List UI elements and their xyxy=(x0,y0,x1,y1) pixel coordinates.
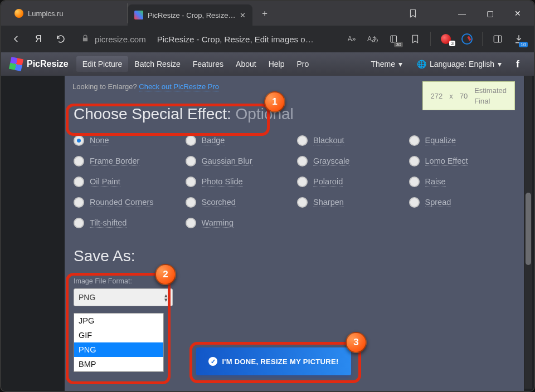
radio-icon[interactable] xyxy=(297,177,308,187)
radio-icon[interactable] xyxy=(186,197,196,208)
effect-label: Frame Border xyxy=(90,156,139,166)
translate-icon[interactable]: Aあ xyxy=(363,30,382,48)
effect-label: Oil Paint xyxy=(90,177,120,187)
brand-logo-icon xyxy=(9,57,23,71)
format-option-bmp[interactable]: BMP xyxy=(74,357,163,371)
effect-spread[interactable]: Spread xyxy=(409,197,515,208)
extension-red-icon[interactable]: 3 xyxy=(436,30,455,48)
effect-oil-paint[interactable]: Oil Paint xyxy=(74,177,180,187)
effect-none[interactable]: None xyxy=(74,135,180,146)
effect-grayscale[interactable]: Grayscale xyxy=(297,156,403,166)
scrollbar-thumb[interactable] xyxy=(526,193,531,265)
marker-2: 2 xyxy=(155,264,176,285)
effect-equalize[interactable]: Equalize xyxy=(409,135,515,146)
extension-blue-icon[interactable] xyxy=(458,30,476,48)
effect-raise[interactable]: Raise xyxy=(409,177,515,187)
check-icon: ✓ xyxy=(208,357,217,366)
tab-picresize[interactable]: PicResize - Crop, Resize… ✕ xyxy=(128,4,252,26)
bookmark-icon[interactable] xyxy=(403,4,422,23)
svg-rect-1 xyxy=(494,36,502,42)
format-options[interactable]: JPGGIFPNGBMP xyxy=(74,313,164,372)
marker-3: 3 xyxy=(346,332,367,353)
nav-about[interactable]: About xyxy=(230,60,262,68)
new-tab-button[interactable]: ＋ xyxy=(257,6,273,21)
radio-icon[interactable] xyxy=(74,218,84,228)
brand-text: PicResize xyxy=(27,59,69,69)
radio-icon[interactable] xyxy=(297,135,308,146)
radio-icon[interactable] xyxy=(297,156,308,166)
read-aloud-icon[interactable]: A» xyxy=(342,30,361,48)
effect-photo-slide[interactable]: Photo Slide xyxy=(186,177,292,187)
effects-heading-text: Choose Special Effect: xyxy=(74,105,231,122)
page-body: Looking to Enlarge? Check out PicResize … xyxy=(1,76,534,391)
window-scrollbar[interactable] xyxy=(524,76,532,389)
effect-label: Badge xyxy=(202,136,225,145)
yandex-home-button[interactable]: Я xyxy=(29,30,48,48)
radio-icon[interactable] xyxy=(409,177,420,187)
chevron-down-icon: ▾ xyxy=(398,60,402,68)
format-option-gif[interactable]: GIF xyxy=(74,328,163,342)
effect-badge[interactable]: Badge xyxy=(186,135,292,146)
window-controls: ― ▢ ✕ xyxy=(448,1,532,26)
radio-icon[interactable] xyxy=(186,177,196,187)
effect-label: Equalize xyxy=(425,136,456,145)
format-select[interactable]: PNG ▴▾ xyxy=(74,288,173,306)
radio-icon[interactable] xyxy=(186,218,196,228)
back-button[interactable] xyxy=(7,30,26,48)
radio-icon[interactable] xyxy=(409,135,420,146)
estimate-w: 272 xyxy=(431,92,443,100)
radio-icon[interactable] xyxy=(297,197,308,208)
brand[interactable]: PicResize xyxy=(10,58,69,70)
downloads-icon[interactable]: 10 xyxy=(509,30,528,48)
sidebar-icon[interactable] xyxy=(488,30,507,48)
radio-icon[interactable] xyxy=(74,177,84,187)
format-option-png[interactable]: PNG xyxy=(74,342,163,357)
minimize-button[interactable]: ― xyxy=(448,1,476,26)
nav-help[interactable]: Help xyxy=(262,60,291,68)
language-dropdown[interactable]: 🌐 Language: English ▾ xyxy=(411,56,507,72)
format-option-jpg[interactable]: JPG xyxy=(74,313,163,328)
tab-lumpics[interactable]: Lumpics.ru xyxy=(8,3,128,23)
chevron-down-icon: ▾ xyxy=(498,60,502,68)
effect-tilt-shifted[interactable]: Tilt-shifted xyxy=(74,218,180,228)
effect-scorched[interactable]: Scorched xyxy=(186,197,292,208)
close-button[interactable]: ✕ xyxy=(504,1,532,26)
close-icon[interactable]: ✕ xyxy=(240,11,246,19)
nav-batch-resize[interactable]: Batch Resize xyxy=(128,60,186,68)
radio-icon[interactable] xyxy=(74,135,84,146)
url-box[interactable]: picresize.com xyxy=(81,35,146,44)
effect-lomo-effect[interactable]: Lomo Effect xyxy=(409,156,515,166)
format-caption: Image File Format: xyxy=(74,277,168,285)
separator xyxy=(482,32,483,46)
radio-icon[interactable] xyxy=(409,197,420,208)
effect-warming[interactable]: Warming xyxy=(186,218,292,228)
effect-rounded-corners[interactable]: Rounded Corners xyxy=(74,197,180,208)
effect-frame-border[interactable]: Frame Border xyxy=(74,156,180,166)
done-label: I'M DONE, RESIZE MY PICTURE! xyxy=(222,357,338,366)
favicon-lumpics xyxy=(14,9,23,18)
radio-icon[interactable] xyxy=(409,156,420,166)
maximize-button[interactable]: ▢ xyxy=(476,1,504,26)
done-resize-button[interactable]: ✓ I'M DONE, RESIZE MY PICTURE! xyxy=(196,347,351,375)
effect-polaroid[interactable]: Polaroid xyxy=(297,177,403,187)
radio-icon[interactable] xyxy=(186,135,196,146)
nav-edit-picture[interactable]: Edit Picture xyxy=(76,56,129,72)
collections-icon[interactable]: 30 xyxy=(385,30,403,48)
format-current: PNG xyxy=(79,293,95,302)
optional-label: Optional xyxy=(236,105,294,122)
theme-dropdown[interactable]: Theme ▾ xyxy=(365,56,408,72)
estimate-label-2: Final xyxy=(474,97,507,105)
reader-icon[interactable] xyxy=(406,30,425,48)
radio-icon[interactable] xyxy=(74,156,84,166)
radio-icon[interactable] xyxy=(186,156,196,166)
effects-grid: NoneBadgeBlackoutEqualizeFrame BorderGau… xyxy=(65,125,524,233)
effect-sharpen[interactable]: Sharpen xyxy=(297,197,403,208)
facebook-icon[interactable]: f xyxy=(510,57,525,71)
effect-gaussian-blur[interactable]: Gaussian Blur xyxy=(186,156,292,166)
picresize-pro-link[interactable]: Check out PicResize Pro xyxy=(139,82,219,91)
nav-features[interactable]: Features xyxy=(187,60,230,68)
nav-pro[interactable]: Pro xyxy=(290,60,315,68)
reload-button[interactable] xyxy=(51,30,70,48)
effect-blackout[interactable]: Blackout xyxy=(297,135,403,146)
radio-icon[interactable] xyxy=(74,197,84,208)
